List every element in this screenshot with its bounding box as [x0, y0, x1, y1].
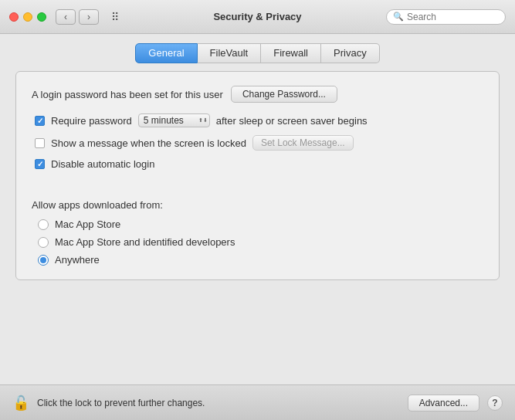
search-input[interactable]	[407, 12, 499, 22]
show-message-row: Show a message when the screen is locked…	[35, 135, 483, 151]
advanced-button[interactable]: Advanced...	[408, 395, 479, 412]
radio-mac-app-store-identified-label: Mac App Store and identified developers	[55, 236, 235, 248]
change-password-button[interactable]: Change Password...	[231, 86, 337, 103]
search-icon: 🔍	[393, 12, 404, 22]
close-button[interactable]	[9, 12, 19, 22]
login-password-row: A login password has been set for this u…	[32, 86, 483, 103]
lock-text: Click the lock to prevent further change…	[37, 398, 400, 408]
require-password-suffix: after sleep or screen saver begins	[216, 115, 368, 127]
minimize-button[interactable]	[23, 12, 32, 22]
disable-auto-login-row: Disable automatic login	[35, 158, 483, 170]
maximize-button[interactable]	[37, 12, 46, 22]
allow-apps-radio-group: Mac App Store Mac App Store and identifi…	[38, 218, 483, 266]
forward-button[interactable]: ›	[79, 9, 99, 25]
set-lock-message-button[interactable]: Set Lock Message...	[252, 135, 354, 151]
password-timeout-dropdown-wrap: immediately 1 minute 5 minutes 15 minute…	[138, 113, 210, 127]
radio-mac-app-store-identified-row: Mac App Store and identified developers	[38, 236, 483, 248]
show-message-checkbox[interactable]	[35, 138, 45, 148]
radio-mac-app-store[interactable]	[38, 219, 49, 230]
radio-mac-app-store-label: Mac App Store	[55, 218, 120, 230]
password-timeout-select[interactable]: immediately 1 minute 5 minutes 15 minute…	[138, 113, 210, 127]
lock-icon[interactable]: 🔓	[12, 395, 29, 412]
require-password-checkbox[interactable]	[35, 116, 45, 126]
show-message-label: Show a message when the screen is locked	[51, 137, 246, 149]
window-title: Security & Privacy	[213, 11, 301, 22]
titlebar: ‹ › ⠿ Security & Privacy 🔍	[0, 0, 515, 34]
radio-anywhere-label: Anywhere	[55, 254, 100, 266]
allow-apps-title: Allow apps downloaded from:	[32, 199, 483, 211]
require-password-row: Require password immediately 1 minute 5 …	[35, 113, 483, 127]
tab-firewall[interactable]: Firewall	[261, 43, 321, 63]
login-password-text: A login password has been set for this u…	[32, 89, 223, 100]
bottom-bar: 🔓 Click the lock to prevent further chan…	[0, 384, 515, 420]
content-area: General FileVault Firewall Privacy A log…	[0, 34, 515, 384]
radio-anywhere[interactable]	[38, 255, 49, 266]
tab-filevault[interactable]: FileVault	[198, 43, 262, 63]
radio-anywhere-row: Anywhere	[38, 254, 483, 266]
disable-auto-login-checkbox[interactable]	[35, 159, 45, 169]
traffic-lights	[9, 12, 46, 22]
tab-general[interactable]: General	[135, 43, 197, 63]
grid-button[interactable]: ⠿	[105, 9, 125, 25]
tab-privacy[interactable]: Privacy	[321, 43, 380, 63]
help-button[interactable]: ?	[487, 395, 503, 411]
settings-panel: A login password has been set for this u…	[15, 71, 500, 280]
require-password-label: Require password	[51, 115, 132, 127]
nav-buttons: ‹ ›	[56, 9, 99, 25]
back-button[interactable]: ‹	[56, 9, 76, 25]
radio-mac-app-store-identified[interactable]	[38, 237, 49, 248]
radio-mac-app-store-row: Mac App Store	[38, 218, 483, 230]
search-box[interactable]: 🔍	[386, 9, 506, 25]
disable-auto-login-label: Disable automatic login	[51, 158, 154, 170]
tabs-row: General FileVault Firewall Privacy	[0, 34, 515, 71]
